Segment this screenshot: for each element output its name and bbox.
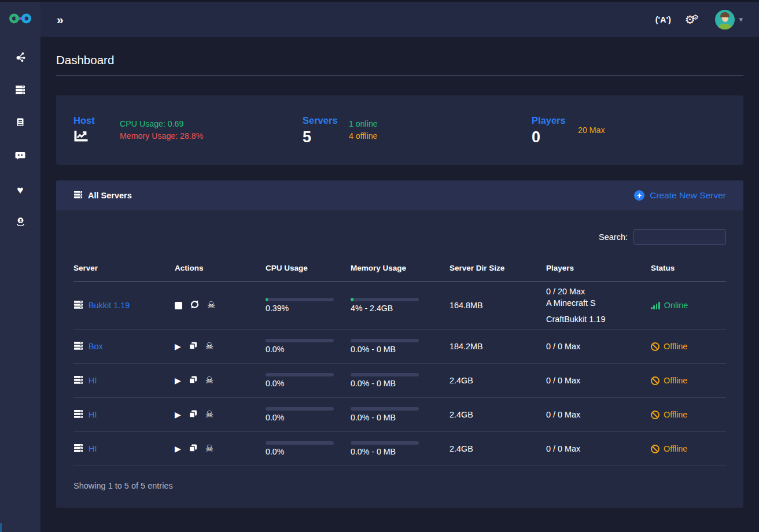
sidebar-item-documentation[interactable] (9, 117, 31, 131)
sidebar-item-support[interactable]: ♥ (9, 183, 31, 197)
sidebar-item-dashboard[interactable] (9, 51, 31, 65)
clone-button[interactable] (189, 376, 197, 385)
clone-icon (189, 376, 197, 385)
server-link[interactable]: HI (89, 410, 97, 419)
memory-usage-value: 0.0% - 0 MB (351, 379, 446, 388)
host-label: Host (73, 115, 109, 126)
memory-progress-bar (351, 373, 419, 376)
table-row: HI ▶ (73, 398, 726, 432)
search-row: Search: (56, 210, 743, 256)
servers-label: Servers (303, 115, 338, 126)
cpu-progress-bar (266, 339, 334, 342)
topbar-main: » ('A') ⚙⚙ ▾ (40, 2, 759, 37)
col-memory-usage: Memory Usage (351, 256, 449, 282)
cpu-usage-value: 0.39% (266, 304, 347, 313)
restart-icon (190, 300, 199, 310)
players-label: Players (532, 115, 568, 126)
sidebar: ♥ $ (0, 37, 40, 532)
table-row: Box ▶ (73, 330, 726, 364)
status-badge: Offline (651, 342, 723, 351)
server-icon (73, 300, 83, 311)
topbar-right: ('A') ⚙⚙ ▾ (655, 10, 743, 29)
memory-progress-bar (351, 298, 419, 301)
create-new-server-button[interactable]: + Create New Server (634, 190, 726, 201)
sidebar-expand-icon[interactable]: » (57, 13, 64, 25)
sidebar-item-donate[interactable]: $ (9, 216, 31, 230)
chain-link-logo-icon (9, 11, 32, 28)
col-status: Status (651, 256, 726, 282)
cpu-progress-bar (266, 407, 334, 411)
col-server-dir-size: Server Dir Size (449, 256, 546, 282)
clone-button[interactable] (189, 444, 197, 453)
cpu-progress-bar (266, 441, 334, 445)
server-icon (73, 409, 83, 420)
server-link[interactable]: HI (89, 444, 97, 453)
col-players: Players (546, 256, 651, 282)
heart-icon: ♥ (17, 184, 23, 195)
stop-button[interactable] (175, 302, 182, 309)
kill-button[interactable]: ☠ (205, 444, 213, 453)
donate-dollar-icon: $ (16, 217, 25, 228)
cpu-progress-bar (266, 298, 334, 301)
language-icon[interactable]: ('A') (655, 15, 671, 24)
servers-count: 5 (303, 130, 338, 145)
sidebar-item-servers[interactable] (9, 84, 31, 98)
ban-icon (651, 342, 659, 351)
topbar: » ('A') ⚙⚙ ▾ (0, 0, 759, 37)
ban-icon (651, 445, 659, 453)
servers-offline-count: 4 offline (349, 130, 378, 142)
table-header-row: Server Actions CPU Usage Memory Usage Se… (73, 256, 726, 282)
server-dir-size: 2.4GB (449, 432, 546, 466)
server-link[interactable]: Box (89, 342, 103, 351)
status-badge: Offline (651, 444, 723, 453)
restart-button[interactable] (190, 300, 199, 310)
server-icon (73, 444, 83, 455)
panel-title: All Servers (73, 190, 132, 201)
server-dir-size: 2.4GB (449, 398, 546, 432)
clone-button[interactable] (189, 410, 197, 419)
players-info: 0 / 0 Max (546, 330, 651, 364)
kill-button[interactable]: ☠ (207, 301, 215, 310)
memory-usage-value: 0.0% - 0 MB (351, 345, 446, 354)
settings-gears-icon[interactable]: ⚙⚙ (685, 13, 702, 27)
start-button[interactable]: ▶ (175, 376, 181, 385)
server-dir-size: 184.2MB (449, 330, 546, 364)
server-link[interactable]: HI (89, 376, 97, 385)
page-edge-accent (0, 523, 2, 532)
start-button[interactable]: ▶ (175, 411, 181, 419)
start-button[interactable]: ▶ (175, 445, 181, 453)
discord-icon (15, 151, 25, 162)
players-max: 20 Max (578, 124, 605, 136)
sidebar-item-discord[interactable] (9, 150, 31, 164)
servers-stat: Servers 5 1 online 4 offline (285, 115, 514, 145)
table-row: Bukkit 1.19 (73, 282, 726, 330)
server-icon (73, 190, 83, 201)
col-cpu-usage: CPU Usage (266, 256, 351, 282)
user-menu[interactable]: ▾ (715, 10, 743, 29)
app-logo[interactable] (0, 2, 40, 37)
start-button[interactable]: ▶ (175, 342, 181, 350)
server-icon (15, 85, 25, 97)
host-stat: Host CPU Usage: 0.69 Memory Usage: 28.8% (56, 115, 285, 145)
ban-icon (651, 376, 659, 385)
players-count: 0 (532, 130, 568, 145)
servers-online-count: 1 online (349, 118, 378, 130)
title-divider (56, 75, 743, 76)
server-link[interactable]: Bukkit 1.19 (89, 301, 130, 310)
memory-usage-value: 0.0% - 0 MB (351, 447, 446, 456)
memory-progress-bar (351, 441, 419, 445)
kill-button[interactable]: ☠ (205, 376, 213, 385)
server-dir-size: 2.4GB (449, 364, 546, 398)
kill-button[interactable]: ☠ (205, 410, 213, 419)
cpu-progress-bar (266, 373, 334, 376)
cpu-usage-value: 0.0% (266, 345, 347, 354)
search-label: Search: (599, 232, 628, 242)
col-server: Server (73, 256, 175, 282)
clone-button[interactable] (189, 342, 197, 351)
servers-panel: All Servers + Create New Server Search: (56, 180, 743, 508)
memory-progress-bar (351, 339, 419, 342)
kill-button[interactable]: ☠ (205, 342, 213, 351)
status-badge: Offline (651, 376, 723, 385)
players-info: 0 / 20 Max A Minecraft S CraftBukkit 1.1… (546, 282, 651, 330)
search-input[interactable] (633, 229, 726, 245)
